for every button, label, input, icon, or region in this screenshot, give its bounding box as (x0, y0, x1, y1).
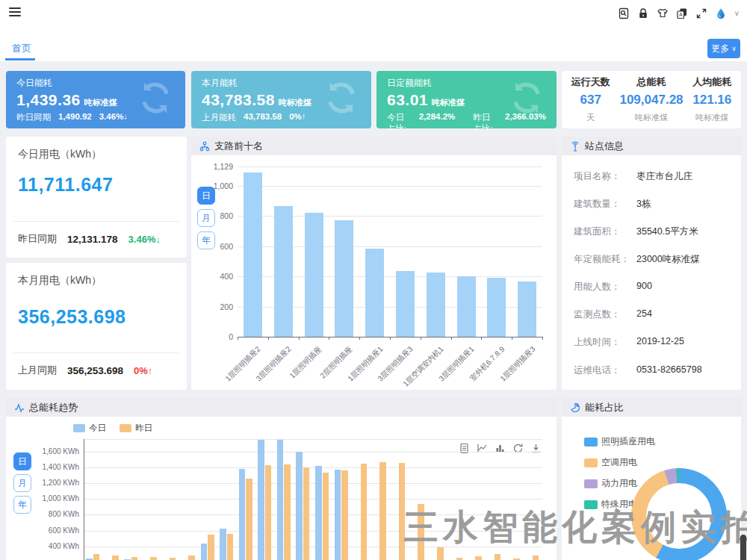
sync-icon (507, 78, 546, 120)
trend-bar-yesterday (475, 556, 482, 560)
trend-bar-yesterday (246, 479, 252, 560)
branch-bar (335, 220, 353, 337)
panel-header: 能耗占比 (562, 398, 741, 417)
trend-bar-today (315, 466, 322, 560)
more-button[interactable]: 更多 ∨ (707, 39, 740, 58)
today-energy-value: 1,439.36 (16, 91, 81, 108)
branch-bar (244, 172, 262, 337)
per-capita-energy-stat: 人均能耗 121.16 吨标准煤 (684, 71, 741, 128)
trend-bar-yesterday (341, 470, 348, 560)
daily-quota-card: 日定额能耗 63.01吨标准煤 今日占比:2,284.2% 昨日占比:2,366… (376, 71, 557, 128)
site-row: 监测点数：254 (574, 308, 734, 321)
month-energy-value: 43,783.58 (202, 91, 275, 108)
branch-bar (365, 249, 384, 337)
trend-bar-yesterday (323, 473, 329, 560)
fullscreen-icon[interactable] (695, 7, 708, 19)
trend-bar-today (277, 440, 284, 560)
trend-bar-yesterday (150, 557, 157, 560)
user-caret-down-icon[interactable]: ∨ (734, 9, 740, 17)
trend-bar-today (296, 452, 303, 560)
sync-icon (136, 78, 175, 120)
site-row: 项目名称：枣庄市台儿庄 (574, 170, 734, 183)
logo-drop-icon[interactable] (715, 7, 728, 19)
site-row: 运维电话：0531-82665798 (574, 364, 734, 377)
trend-bar-today (335, 470, 341, 560)
antenna-icon (570, 141, 580, 152)
total-energy-stat: 总能耗 109,047.28 吨标准煤 (619, 71, 683, 128)
pie-chart-icon (570, 402, 580, 413)
site-row: 上线时间：2019-12-25 (574, 336, 734, 349)
trend-bar-today (258, 440, 264, 560)
branch-bar (487, 278, 506, 337)
branch-top10-panel: 支路前十名 日 月 年 02004006008001,0001,1291层照明插… (191, 137, 557, 390)
lock-icon[interactable] (637, 7, 650, 19)
sync-icon (322, 78, 361, 120)
tab-bar: 首页 更多 ∨ (0, 27, 747, 61)
summary-stats-card: 运行天数 637 天 总能耗 109,047.28 吨标准煤 人均能耗 121.… (562, 71, 741, 128)
branch-bar (274, 206, 293, 337)
topbar-actions: A ∨ (618, 7, 740, 19)
trend-bar-yesterday (131, 557, 138, 560)
delta-badge: 3.46%↓ (128, 234, 161, 245)
branch-bar (518, 281, 536, 337)
trend-bar-yesterday (361, 464, 368, 560)
more-caret-icon: ∨ (731, 45, 737, 52)
menu-toggle-icon[interactable] (9, 7, 21, 18)
theme-shirt-icon[interactable] (657, 7, 669, 19)
trend-bar-yesterday (303, 467, 310, 560)
running-days-stat: 运行天数 637 天 (562, 71, 619, 128)
delta-badge: 0%↑ (134, 365, 152, 376)
daily-quota-value: 63.01 (387, 91, 428, 108)
branch-bar (305, 213, 323, 337)
file-search-icon[interactable] (618, 7, 630, 19)
site-row: 建筑面积：35540.5平方米 (574, 225, 734, 238)
watermark-text: 三水智能化案例实拍 (403, 504, 747, 551)
today-energy-card: 今日能耗 1,439.36吨标准煤 昨日同期1,490.923.46%↓ (6, 71, 185, 128)
trend-bar-yesterday (112, 556, 119, 560)
month-electricity-value: 356,253.698 (18, 306, 126, 328)
trend-bar-yesterday (227, 534, 234, 560)
panel-header: 站点信息 (562, 137, 741, 155)
trend-bar-yesterday (208, 535, 214, 560)
trend-bar-today (201, 544, 208, 560)
legend-hvac[interactable]: 空调用电 (584, 456, 655, 469)
scrollbar-thumb[interactable] (740, 535, 746, 560)
tab-home[interactable]: 首页 (12, 42, 31, 55)
trend-bar-yesterday (188, 556, 195, 560)
tab-active-underline (5, 58, 35, 60)
site-row: 年定额能耗：23000吨标准煤 (574, 253, 734, 266)
svg-text:A: A (679, 12, 683, 17)
site-row: 用能人数：900 (574, 281, 734, 293)
site-row: 建筑数量：3栋 (574, 198, 734, 211)
trend-bar-yesterday (495, 554, 501, 560)
today-electricity-value: 11,711.647 (18, 174, 113, 196)
translate-copy-icon[interactable]: A (676, 7, 689, 19)
branch-bar-chart: 02004006008001,0001,1291层照明插座23层照明插座21层照… (191, 137, 557, 390)
trend-bar-yesterday (284, 464, 291, 560)
month-electricity-card: 本月用电（kWh） 356,253.698 上月同期 356,253.698 0… (6, 263, 187, 390)
trend-bar-yesterday (379, 462, 386, 560)
top-navbar: A ∨ (0, 0, 747, 27)
today-electricity-card: 今日用电（kWh） 11,711.647 昨日同期 12,131.178 3.4… (6, 137, 187, 258)
branch-bar (457, 276, 476, 337)
divider (13, 352, 179, 353)
trend-bar-today (239, 469, 246, 560)
branch-bar (427, 273, 445, 337)
trend-bar-yesterday (265, 465, 272, 560)
trend-bar-today (220, 529, 226, 560)
month-energy-card: 本月能耗 43,783.58吨标准煤 上月能耗43,783.580%↑ (191, 71, 371, 128)
branch-bar (396, 271, 415, 337)
trend-bar-yesterday (533, 556, 539, 560)
divider (13, 221, 179, 222)
legend-lighting[interactable]: 照明插座用电 (584, 435, 655, 448)
site-info-panel: 站点信息 项目名称：枣庄市台儿庄 建筑数量：3栋 建筑面积：35540.5平方米… (562, 137, 741, 390)
trend-bar-yesterday (93, 554, 100, 560)
